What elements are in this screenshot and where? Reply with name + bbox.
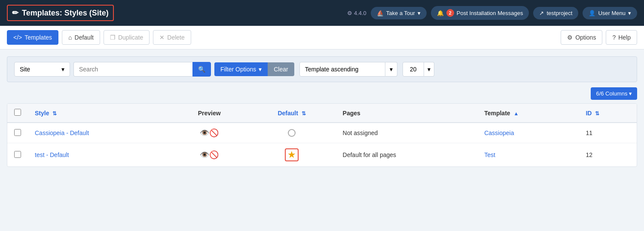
tour-label: Take a Tour	[386, 10, 415, 16]
page-size-chevron-icon: ▾	[427, 66, 430, 73]
row-checkbox[interactable]	[14, 151, 21, 158]
search-input[interactable]	[73, 62, 192, 77]
take-a-tour-button[interactable]: ⛵ Take a Tour ▾	[371, 7, 427, 19]
joomla-version: ⚙ 4.4.0	[347, 10, 366, 16]
row-checkbox-cell	[7, 143, 28, 167]
duplicate-label: Duplicate	[118, 34, 143, 41]
site-filter-select[interactable]: Site ▾	[14, 62, 70, 77]
row-style-name: Cassiopeia - Default	[28, 123, 171, 143]
bell-icon: 🔔	[437, 10, 444, 16]
search-icon: 🔍	[198, 66, 205, 73]
templates-button[interactable]: </> Templates	[7, 30, 58, 45]
project-icon: ↗	[539, 10, 544, 16]
default-label: Default	[75, 34, 94, 41]
sort-chevron-button[interactable]: ▾	[385, 62, 397, 77]
pages-column-header: Pages	[336, 104, 478, 123]
templates-label: Templates	[24, 34, 52, 41]
default-column-header[interactable]: Default ⇅	[248, 104, 336, 123]
row-preview: 👁‍🚫	[171, 143, 248, 167]
search-button[interactable]: 🔍	[192, 62, 211, 77]
style-name-link[interactable]: test - Default	[35, 151, 69, 158]
help-button[interactable]: ? Help	[606, 30, 637, 45]
preview-column-header: Preview	[171, 104, 248, 123]
style-sort-icon: ⇅	[52, 111, 57, 117]
toolbar: </> Templates ⌂ Default ❐ Duplicate ✕ De…	[0, 26, 644, 49]
copy-icon: ❐	[110, 34, 116, 41]
row-preview: 👁‍🚫	[171, 123, 248, 143]
preview-column-label: Preview	[198, 110, 221, 117]
version-number: 4.4.0	[354, 10, 366, 16]
page-size-group: 20 ▾	[403, 62, 434, 77]
filter-options-group: Filter Options ▾ Clear	[214, 62, 294, 76]
default-button[interactable]: ⌂ Default	[62, 30, 100, 45]
columns-button[interactable]: 6/6 Columns ▾	[591, 87, 637, 100]
row-checkbox[interactable]	[14, 129, 21, 136]
question-icon: ?	[612, 34, 616, 41]
row-id: 11	[579, 123, 637, 143]
filter-options-chevron-icon: ▾	[259, 66, 262, 73]
page-size-select[interactable]: 20	[403, 62, 424, 77]
filter-bar: Site ▾ 🔍 Filter Options ▾ Clear Template…	[7, 56, 637, 82]
row-default: ★	[248, 143, 336, 167]
notifications-badge: 2	[446, 9, 454, 17]
home-icon: ⌂	[68, 34, 72, 41]
row-pages: Not assigned	[336, 123, 478, 143]
options-button[interactable]: ⚙ Options	[561, 30, 602, 45]
row-style-name: test - Default	[28, 143, 171, 167]
select-all-checkbox[interactable]	[14, 109, 21, 116]
sort-chevron-icon: ▾	[390, 66, 393, 73]
pencil-icon: ✏	[12, 8, 18, 18]
page-title: ✏ Templates: Styles (Site)	[7, 5, 114, 21]
row-pages: Default for all pages	[336, 143, 478, 167]
id-sort-icon: ⇅	[595, 111, 599, 117]
page-size-chevron-button[interactable]: ▾	[424, 62, 434, 77]
gear-icon: ⚙	[567, 34, 573, 41]
template-sort-icon: ▲	[513, 111, 519, 117]
toolbar-right: ⚙ Options ? Help	[561, 30, 637, 45]
x-icon: ✕	[159, 34, 165, 41]
default-radio[interactable]	[288, 129, 296, 137]
tour-chevron-icon: ▾	[418, 10, 421, 16]
template-name-link[interactable]: Test	[484, 151, 495, 158]
search-wrapper: 🔍	[73, 62, 211, 77]
delete-button[interactable]: ✕ Delete	[153, 30, 191, 45]
columns-bar: 6/6 Columns ▾	[7, 87, 637, 100]
user-menu-button[interactable]: 👤 User Menu ▾	[583, 7, 637, 19]
page-title-text: Templates: Styles (Site)	[22, 9, 109, 18]
post-install-button[interactable]: 🔔 2 Post Installation Messages	[431, 6, 529, 20]
duplicate-button[interactable]: ❐ Duplicate	[104, 30, 150, 45]
sort-select[interactable]: Template ascending	[299, 62, 385, 77]
filter-options-label: Filter Options	[220, 66, 256, 73]
table-header-row: Style ⇅ Preview Default ⇅ Pages Template	[7, 104, 637, 123]
id-column-label: ID	[586, 110, 592, 117]
style-name-link[interactable]: Cassiopeia - Default	[35, 129, 89, 136]
style-column-header[interactable]: Style ⇅	[28, 104, 171, 123]
site-filter-label: Site	[20, 66, 30, 73]
preview-hidden-icon: 👁‍🚫	[200, 151, 219, 159]
row-template: Test	[477, 143, 579, 167]
row-id: 12	[579, 143, 637, 167]
tour-icon: ⛵	[377, 10, 384, 16]
project-button[interactable]: ↗ testproject	[533, 7, 578, 19]
template-name-link[interactable]: Cassiopeia	[484, 129, 514, 136]
page-size-value: 20	[410, 66, 417, 73]
row-template: Cassiopeia	[477, 123, 579, 143]
select-all-header	[7, 104, 28, 123]
template-column-label: Template	[484, 110, 510, 117]
filter-options-button[interactable]: Filter Options ▾	[214, 62, 268, 76]
user-menu-chevron-icon: ▾	[628, 10, 631, 16]
sort-group: Template ascending ▾	[299, 62, 397, 77]
default-star-icon[interactable]: ★	[285, 148, 299, 161]
preview-hidden-icon: 👁‍🚫	[200, 129, 219, 137]
row-checkbox-cell	[7, 123, 28, 143]
id-column-header[interactable]: ID ⇅	[579, 104, 637, 123]
row-default	[248, 123, 336, 143]
style-column-label: Style	[35, 110, 49, 117]
options-label: Options	[575, 34, 596, 41]
clear-button[interactable]: Clear	[268, 62, 294, 76]
pages-column-label: Pages	[343, 110, 360, 117]
joomla-icon: ⚙	[347, 10, 352, 16]
table-row: test - Default 👁‍🚫★Default for all pages…	[7, 143, 637, 167]
sort-label: Template ascending	[305, 66, 359, 73]
default-sort-icon: ⇅	[302, 111, 306, 117]
